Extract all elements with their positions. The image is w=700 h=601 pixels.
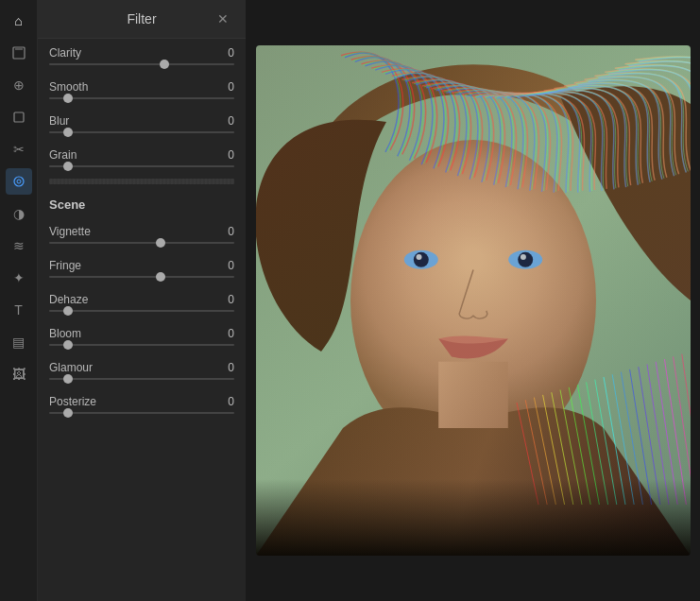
vignette-track[interactable]	[49, 242, 234, 244]
dehaze-group: Dehaze 0	[38, 285, 246, 319]
blur-label: Blur	[49, 114, 69, 128]
toolbar-move-icon[interactable]: ⊕	[6, 72, 32, 98]
panel-header: Filter ✕	[38, 0, 246, 39]
scene-section-header: Scene	[38, 188, 246, 217]
smooth-thumb[interactable]	[63, 94, 73, 103]
toolbar-cut-icon[interactable]: ✂	[6, 136, 32, 163]
toolbar-adjust-icon[interactable]: ◑	[6, 200, 32, 227]
glamour-track[interactable]	[49, 378, 234, 380]
separator-bar	[49, 179, 234, 184]
toolbar-edit-icon[interactable]	[6, 40, 32, 66]
toolbar-home-icon[interactable]: ⌂	[6, 8, 32, 34]
posterize-group: Posterize 0	[38, 387, 246, 421]
clarity-group: Clarity 0	[38, 39, 246, 73]
filter-panel: Filter ✕ Clarity 0 Smooth 0 Blur 0 Gr	[38, 0, 246, 601]
grain-track[interactable]	[49, 165, 234, 167]
posterize-thumb[interactable]	[63, 408, 73, 418]
smooth-track[interactable]	[49, 97, 234, 99]
glamour-value: 0	[228, 361, 234, 374]
dehaze-thumb[interactable]	[63, 306, 73, 316]
fringe-label: Fringe	[49, 259, 81, 272]
blur-value: 0	[228, 114, 234, 128]
vignette-group: Vignette 0	[38, 217, 246, 251]
clarity-value: 0	[228, 46, 234, 60]
clarity-thumb[interactable]	[160, 60, 169, 69]
toolbar-pattern-icon[interactable]: ▤	[6, 329, 32, 355]
blur-group: Blur 0	[38, 107, 246, 141]
portrait-canvas	[256, 45, 691, 556]
dehaze-value: 0	[228, 293, 234, 306]
clarity-track[interactable]	[49, 63, 234, 65]
blur-track[interactable]	[49, 131, 234, 133]
dehaze-label: Dehaze	[49, 293, 88, 306]
svg-point-3	[14, 177, 24, 186]
bloom-group: Bloom 0	[38, 319, 246, 353]
toolbar-wave-icon[interactable]: ≋	[6, 232, 32, 259]
toolbar-brush-icon[interactable]: ✦	[6, 265, 32, 291]
glamour-thumb[interactable]	[63, 374, 73, 384]
bloom-thumb[interactable]	[63, 340, 73, 350]
glamour-group: Glamour 0	[38, 353, 246, 387]
posterize-value: 0	[228, 395, 234, 408]
fringe-group: Fringe 0	[38, 251, 246, 285]
grain-value: 0	[228, 148, 234, 162]
smooth-group: Smooth 0	[38, 73, 246, 107]
smooth-value: 0	[228, 80, 234, 94]
bloom-track[interactable]	[49, 344, 234, 346]
vignette-value: 0	[228, 225, 234, 238]
fringe-value: 0	[228, 259, 234, 272]
glamour-label: Glamour	[49, 361, 93, 374]
svg-rect-2	[14, 112, 24, 122]
clarity-label: Clarity	[49, 46, 81, 60]
image-container	[256, 45, 691, 556]
panel-title: Filter	[68, 11, 215, 26]
vignette-thumb[interactable]	[156, 238, 165, 248]
grain-group: Grain 0	[38, 141, 246, 175]
fringe-thumb[interactable]	[156, 272, 165, 282]
left-toolbar: ⌂ ⊕ ✂ ◑ ≋ ✦ T ▤ 🖼	[0, 0, 38, 601]
fringe-track[interactable]	[49, 276, 234, 278]
svg-point-4	[17, 180, 21, 183]
posterize-label: Posterize	[49, 395, 96, 408]
posterize-track[interactable]	[49, 412, 234, 414]
toolbar-crop-icon[interactable]	[6, 104, 32, 130]
toolbar-filter-icon[interactable]	[6, 168, 32, 195]
toolbar-text-icon[interactable]: T	[6, 297, 32, 323]
grain-thumb[interactable]	[63, 162, 73, 171]
toolbar-gallery-icon[interactable]: 🖼	[6, 361, 32, 387]
bloom-label: Bloom	[49, 327, 81, 340]
vignette-label: Vignette	[49, 225, 91, 238]
grain-label: Grain	[49, 148, 77, 162]
panel-close-button[interactable]: ✕	[215, 11, 230, 26]
bloom-value: 0	[228, 327, 234, 340]
main-canvas-area	[246, 0, 700, 601]
smooth-label: Smooth	[49, 80, 88, 94]
blur-thumb[interactable]	[63, 128, 73, 137]
dehaze-track[interactable]	[49, 310, 234, 312]
